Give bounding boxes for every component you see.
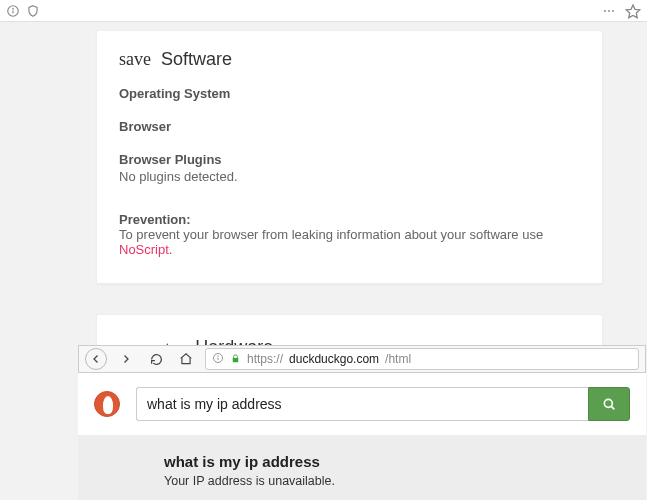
ddg-search-input[interactable] xyxy=(136,387,588,421)
noscript-link[interactable]: NoScript xyxy=(119,242,169,257)
inner-browser-toolbar: https://duckduckgo.com/html xyxy=(78,345,646,373)
software-title: Software xyxy=(161,49,232,70)
ddg-result-block: what is my ip address Your IP address is… xyxy=(78,435,646,500)
inner-browser-window: https://duckduckgo.com/html what is my i… xyxy=(78,345,646,500)
prevention-label: Prevention: xyxy=(119,212,191,227)
prevention-text: To prevent your browser from leaking inf… xyxy=(119,227,543,242)
svg-point-4 xyxy=(608,10,610,12)
plugins-value: No plugins detected. xyxy=(119,169,580,184)
info-icon[interactable] xyxy=(6,4,20,18)
lock-icon xyxy=(230,353,241,366)
browser-label: Browser xyxy=(119,119,580,134)
os-label: Operating System xyxy=(119,86,580,101)
url-prefix: https:// xyxy=(247,352,283,366)
shield-icon[interactable] xyxy=(26,4,40,18)
result-title: what is my ip address xyxy=(164,453,630,470)
ddg-logo-icon[interactable] xyxy=(94,391,120,417)
result-body: Your IP address is unavailable. xyxy=(164,474,630,488)
ddg-search-form xyxy=(136,387,630,421)
save-icon-word: save xyxy=(119,49,151,70)
svg-point-3 xyxy=(604,10,606,12)
url-host: duckduckgo.com xyxy=(289,352,379,366)
url-path: /html xyxy=(385,352,411,366)
outer-browser-chrome xyxy=(0,0,647,22)
svg-line-12 xyxy=(611,406,614,409)
info-icon xyxy=(212,352,224,367)
home-button[interactable] xyxy=(175,348,197,370)
back-button[interactable] xyxy=(85,348,107,370)
prevention-row: Prevention: To prevent your browser from… xyxy=(119,212,580,257)
ddg-search-button[interactable] xyxy=(588,387,630,421)
software-card: save Software Operating System Browser B… xyxy=(96,30,603,284)
svg-point-9 xyxy=(218,355,219,356)
ddg-search-row xyxy=(78,373,646,435)
forward-button[interactable] xyxy=(115,348,137,370)
svg-rect-10 xyxy=(233,358,239,362)
star-icon[interactable] xyxy=(625,3,641,19)
svg-point-5 xyxy=(612,10,614,12)
svg-point-11 xyxy=(604,399,612,407)
reload-button[interactable] xyxy=(145,348,167,370)
plugins-label: Browser Plugins xyxy=(119,152,580,167)
svg-point-2 xyxy=(13,8,14,9)
prevention-trail: . xyxy=(169,242,173,257)
ellipsis-icon[interactable] xyxy=(601,4,617,18)
svg-marker-6 xyxy=(626,5,639,18)
inner-url-bar[interactable]: https://duckduckgo.com/html xyxy=(205,348,639,370)
